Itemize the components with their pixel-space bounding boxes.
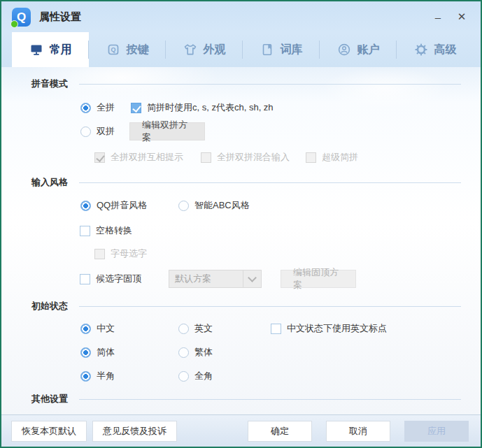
radio-qq-style[interactable]: QQ拼音风格 <box>80 199 178 212</box>
tshirt-icon <box>183 43 197 57</box>
checkbox-icon <box>131 103 141 113</box>
close-icon: ✕ <box>458 10 467 23</box>
close-button[interactable]: ✕ <box>451 7 472 27</box>
checkbox-icon <box>306 152 316 163</box>
radio-english[interactable]: 英文 <box>178 322 271 335</box>
section-title: 拼音模式 <box>31 78 68 90</box>
checkbox-icon <box>94 152 105 163</box>
minimize-icon: – <box>435 11 441 23</box>
radio-icon <box>178 324 189 334</box>
checkbox-letter-select: 字母选字 <box>94 247 147 260</box>
cancel-button[interactable]: 取消 <box>326 421 390 442</box>
checkbox-icon <box>201 152 211 163</box>
tab-dictionary[interactable]: 词库 <box>243 32 320 67</box>
dialog-footer: 恢复本页默认 意见反馈及投诉 确定 取消 应用 <box>1 414 481 447</box>
feedback-button[interactable]: 意见反馈及投诉 <box>92 421 177 442</box>
ok-button[interactable]: 确定 <box>248 421 312 442</box>
tab-label: 按键 <box>127 43 149 57</box>
section-other-settings: 其他设置 <box>31 393 461 405</box>
radio-icon <box>80 103 91 113</box>
book-icon <box>260 43 274 57</box>
section-title: 其他设置 <box>31 393 68 405</box>
checkbox-super-jianpin: 超级简拼 <box>306 151 358 164</box>
minimize-button[interactable]: – <box>427 7 448 27</box>
section-divider <box>79 399 461 400</box>
checkbox-space-convert[interactable]: 空格转换 <box>80 224 132 237</box>
tab-label: 高级 <box>434 43 457 57</box>
radio-icon <box>80 127 91 137</box>
section-title: 输入风格 <box>31 176 68 189</box>
checkbox-candidate-pin[interactable]: 候选字固顶 <box>80 273 169 285</box>
gear-icon <box>414 43 428 57</box>
monitor-icon <box>29 43 43 57</box>
section-divider <box>79 306 461 307</box>
checkbox-icon <box>271 324 281 334</box>
section-title: 初始状态 <box>31 300 68 312</box>
checkbox-icon <box>80 274 90 284</box>
radio-traditional[interactable]: 繁体 <box>178 346 213 359</box>
svg-text:Q: Q <box>111 46 115 53</box>
settings-tab-bar: 常用 Q 按键 外观 词库 <box>1 32 481 67</box>
tab-label: 词库 <box>281 43 303 57</box>
radio-icon <box>178 201 189 211</box>
radio-half-width[interactable]: 半角 <box>80 370 178 382</box>
radio-shuangpin[interactable]: 双拼 <box>80 125 129 138</box>
settings-panel-common: 拼音模式 全拼 简拼时使用c, s, z代表ch, sh, zh 双拼 编辑双拼… <box>1 67 481 414</box>
radio-simplified[interactable]: 简体 <box>80 346 178 359</box>
checkbox-icon <box>80 226 90 236</box>
radio-icon <box>80 201 91 211</box>
tab-common[interactable]: 常用 <box>12 32 89 67</box>
tab-account[interactable]: 账户 <box>320 32 397 67</box>
edit-pin-scheme-button: 编辑固顶方案 <box>281 270 356 288</box>
properties-dialog: Q 属性设置 – ✕ 常用 Q 按键 <box>0 0 482 448</box>
radio-icon <box>178 347 189 358</box>
checkbox-shuangpin-hint: 全拼双拼互相提示 <box>94 151 201 164</box>
section-initial-state: 初始状态 <box>31 300 461 312</box>
radio-abc-style[interactable]: 智能ABC风格 <box>178 199 250 212</box>
account-icon <box>337 43 351 57</box>
tab-keys[interactable]: Q 按键 <box>89 32 166 67</box>
pin-scheme-dropdown: 默认方案 <box>169 270 262 288</box>
checkbox-jianpin-csz[interactable]: 简拼时使用c, s, z代表ch, sh, zh <box>131 101 274 114</box>
section-pinyin-mode: 拼音模式 <box>31 78 461 90</box>
tab-appearance[interactable]: 外观 <box>166 32 243 67</box>
key-q-icon: Q <box>106 43 120 57</box>
checkbox-english-punct[interactable]: 中文状态下使用英文标点 <box>271 322 387 335</box>
checkbox-icon <box>94 249 105 259</box>
tab-label: 账户 <box>357 43 380 57</box>
checkbox-mixed-input: 全拼双拼混合输入 <box>201 151 306 164</box>
edit-shuangpin-button[interactable]: 编辑双拼方案 <box>129 122 205 140</box>
radio-quanpin[interactable]: 全拼 <box>80 101 131 114</box>
tab-label: 常用 <box>50 43 72 57</box>
restore-defaults-button[interactable]: 恢复本页默认 <box>11 421 87 442</box>
radio-full-width[interactable]: 全角 <box>178 370 213 382</box>
radio-icon <box>80 324 91 334</box>
qq-pinyin-logo-icon: Q <box>12 8 31 27</box>
section-input-style: 输入风格 <box>31 176 461 189</box>
chevron-down-icon <box>243 270 261 287</box>
tab-label: 外观 <box>204 43 226 57</box>
tab-advanced[interactable]: 高级 <box>397 32 474 67</box>
title-bar: Q 属性设置 – ✕ <box>1 1 481 32</box>
radio-icon <box>80 347 91 358</box>
radio-icon <box>80 371 91 382</box>
window-title: 属性设置 <box>39 10 81 24</box>
radio-chinese[interactable]: 中文 <box>80 322 178 335</box>
apply-button: 应用 <box>404 421 469 442</box>
section-divider <box>79 84 461 85</box>
radio-icon <box>178 371 189 382</box>
section-divider <box>79 182 461 183</box>
